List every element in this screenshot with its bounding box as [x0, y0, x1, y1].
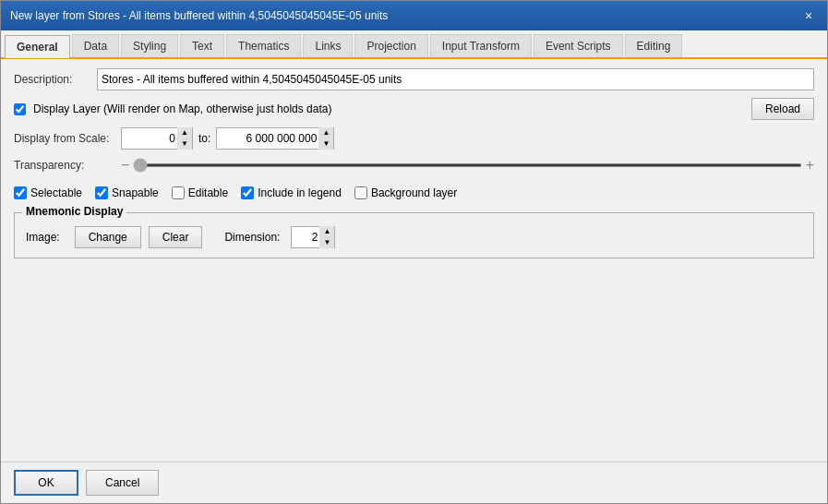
scale-from-spinners: ▲ ▼: [177, 127, 192, 150]
snapable-item: Snapable: [95, 186, 159, 199]
editable-label: Editable: [188, 186, 228, 199]
selectable-checkbox[interactable]: [14, 186, 27, 199]
include-legend-checkbox[interactable]: [241, 186, 254, 199]
snapable-label: Snapable: [112, 186, 159, 199]
scale-to-down[interactable]: ▼: [318, 138, 333, 150]
general-tab-content: Description: Display Layer (Will render …: [1, 59, 827, 462]
scale-from-input: ▲ ▼: [121, 127, 193, 150]
selectable-item: Selectable: [14, 186, 82, 199]
dimension-down[interactable]: ▼: [319, 237, 334, 248]
tab-projection[interactable]: Projection: [354, 34, 427, 57]
scale-row: Display from Scale: ▲ ▼ to: ▲ ▼: [14, 127, 814, 150]
background-layer-item: Background layer: [354, 186, 457, 199]
scale-from-value[interactable]: [122, 128, 177, 149]
tab-input-transform[interactable]: Input Transform: [430, 34, 532, 57]
mnemonic-row: Image: Change Clear Dimension: ▲ ▼: [26, 222, 802, 248]
dialog: New layer from Stores - All items buffer…: [0, 0, 828, 504]
description-label: Description:: [14, 73, 97, 86]
display-layer-row: Display Layer (Will render on Map, other…: [14, 98, 814, 120]
dimension-label: Dimension:: [224, 231, 280, 244]
display-layer-checkbox[interactable]: [14, 103, 26, 115]
tab-general[interactable]: General: [5, 35, 70, 58]
dialog-title: New layer from Stores - All items buffer…: [10, 9, 388, 22]
scale-to-label: to:: [198, 132, 210, 145]
clear-button[interactable]: Clear: [149, 226, 203, 248]
title-bar: New layer from Stores - All items buffer…: [1, 1, 827, 30]
options-checkbox-row: Selectable Snapable Editable Include in …: [14, 183, 814, 203]
transparency-min-icon: −: [121, 157, 129, 174]
description-row: Description:: [14, 68, 814, 90]
change-button[interactable]: Change: [75, 226, 141, 248]
scale-to-value[interactable]: [217, 128, 318, 149]
reload-button[interactable]: Reload: [751, 98, 814, 120]
description-input[interactable]: [97, 68, 814, 90]
scale-to-spinners: ▲ ▼: [318, 127, 333, 150]
transparency-label: Transparency:: [14, 159, 115, 172]
selectable-label: Selectable: [30, 186, 82, 199]
bottom-bar: OK Cancel: [1, 462, 827, 503]
scale-to-up[interactable]: ▲: [318, 127, 333, 138]
close-button[interactable]: ×: [799, 6, 818, 25]
scale-to-input: ▲ ▼: [216, 127, 334, 150]
dimension-up[interactable]: ▲: [319, 226, 334, 237]
mnemonic-display-group: Mnemonic Display Image: Change Clear Dim…: [14, 212, 814, 258]
tab-links[interactable]: Links: [303, 34, 353, 57]
cancel-button[interactable]: Cancel: [86, 470, 159, 496]
tab-styling[interactable]: Styling: [121, 34, 178, 57]
transparency-row: Transparency: − +: [14, 157, 814, 174]
editable-checkbox[interactable]: [172, 186, 185, 199]
display-layer-label: Display Layer (Will render on Map, other…: [33, 102, 744, 115]
dimension-input: ▲ ▼: [291, 226, 335, 248]
tab-text[interactable]: Text: [180, 34, 224, 57]
scale-from-down[interactable]: ▼: [177, 138, 192, 150]
include-legend-item: Include in legend: [241, 186, 342, 199]
tab-editing[interactable]: Editing: [625, 34, 683, 57]
tab-bar: General Data Styling Text Thematics Link…: [1, 30, 827, 59]
background-layer-checkbox[interactable]: [354, 186, 367, 199]
tab-data[interactable]: Data: [72, 34, 119, 57]
background-layer-label: Background layer: [371, 186, 457, 199]
editable-item: Editable: [172, 186, 228, 199]
image-label: Image:: [26, 231, 60, 244]
slider-container: − +: [121, 157, 814, 174]
scale-from-up[interactable]: ▲: [177, 127, 192, 138]
transparency-slider[interactable]: [133, 163, 801, 167]
snapable-checkbox[interactable]: [95, 186, 108, 199]
dimension-value[interactable]: [292, 227, 319, 247]
include-legend-label: Include in legend: [258, 186, 342, 199]
tab-event-scripts[interactable]: Event Scripts: [534, 34, 623, 57]
dimension-spinners: ▲ ▼: [319, 226, 334, 248]
mnemonic-group-title: Mnemonic Display: [22, 205, 126, 218]
tab-thematics[interactable]: Thematics: [226, 34, 301, 57]
scale-from-label: Display from Scale:: [14, 132, 115, 145]
transparency-max-icon: +: [806, 157, 814, 174]
ok-button[interactable]: OK: [14, 470, 78, 496]
